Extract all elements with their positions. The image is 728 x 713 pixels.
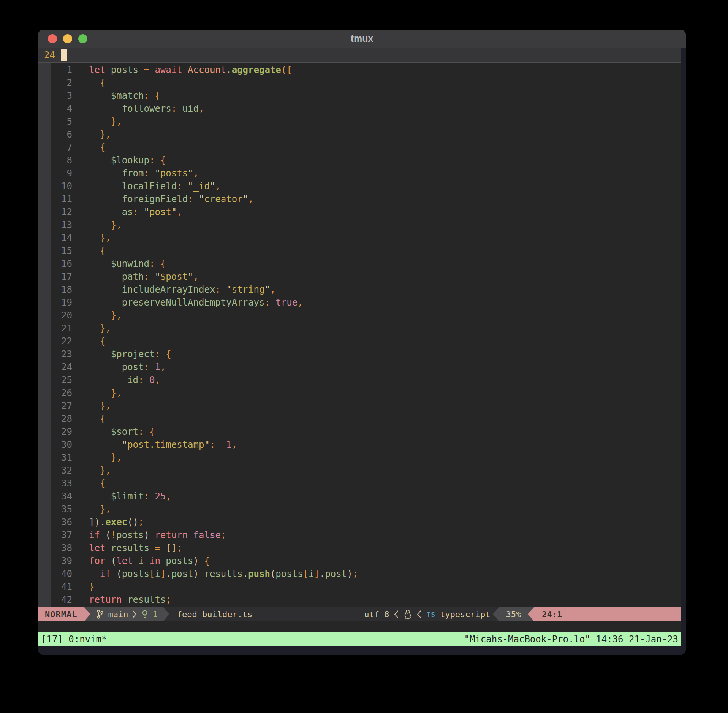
tabline[interactable]: 24	[38, 48, 681, 63]
code-line[interactable]: 18 includeArrayIndex: "string",	[38, 283, 681, 296]
code-line[interactable]: 3 $match: {	[38, 89, 681, 102]
git-branch-label[interactable]: main	[108, 610, 128, 619]
code-line[interactable]: 7 {	[38, 141, 681, 154]
code-line[interactable]: 2 {	[38, 76, 681, 89]
code-line[interactable]: 29 $sort: {	[38, 425, 681, 438]
line-number: 5	[38, 115, 72, 128]
code-text: },	[72, 464, 111, 477]
code-line[interactable]: 30 "post.timestamp": -1,	[38, 438, 681, 451]
code-line[interactable]: 10 localField: "_id",	[38, 180, 681, 193]
line-number: 8	[38, 154, 72, 167]
line-number: 33	[38, 477, 72, 490]
line-number: 15	[38, 244, 72, 257]
code-line[interactable]: 42return results;	[38, 593, 681, 606]
diagnostic-count[interactable]: 1	[152, 610, 157, 619]
code-line[interactable]: 20 },	[38, 309, 681, 322]
line-number: 29	[38, 425, 72, 438]
separator-arrow	[493, 607, 499, 621]
code-line[interactable]: 5 },	[38, 115, 681, 128]
code-line[interactable]: 33 {	[38, 477, 681, 490]
line-number: 24	[38, 361, 72, 374]
code-line[interactable]: 15 {	[38, 244, 681, 257]
line-number: 21	[38, 322, 72, 335]
tmux-host-datetime-label: "Micahs-MacBook-Pro.lo" 14:36 21-Jan-23	[464, 634, 678, 645]
code-line[interactable]: 37if (!posts) return false;	[38, 529, 681, 542]
line-number: 32	[38, 464, 72, 477]
code-text: {	[72, 412, 105, 425]
code-text: },	[72, 115, 122, 128]
code-line[interactable]: 4 followers: uid,	[38, 102, 681, 115]
code-text: path: "$post",	[72, 270, 199, 283]
line-number: 16	[38, 257, 72, 270]
code-line[interactable]: 35 },	[38, 503, 681, 516]
code-line[interactable]: 11 foreignField: "creator",	[38, 193, 681, 206]
code-text: preserveNullAndEmptyArrays: true,	[72, 296, 303, 309]
minimize-button[interactable]	[63, 34, 72, 43]
code-text: includeArrayIndex: "string",	[72, 283, 275, 296]
typescript-icon: TS	[426, 610, 435, 618]
line-number: 18	[38, 283, 72, 296]
code-line[interactable]: 9 from: "posts",	[38, 167, 681, 180]
code-line[interactable]: 39for (let i in posts) {	[38, 555, 681, 567]
close-button[interactable]	[48, 34, 57, 43]
command-line[interactable]	[38, 621, 681, 632]
code-line[interactable]: 22 {	[38, 335, 681, 348]
chevron-left-icon	[416, 609, 422, 619]
code-line[interactable]: 25 _id: 0,	[38, 374, 681, 387]
code-line[interactable]: 31 },	[38, 451, 681, 464]
code-line[interactable]: 14 },	[38, 231, 681, 244]
line-number: 36	[38, 516, 72, 529]
code-text: },	[72, 128, 111, 141]
code-line[interactable]: 26 },	[38, 387, 681, 399]
line-number: 7	[38, 141, 72, 154]
code-line[interactable]: 34 $limit: 25,	[38, 490, 681, 503]
code-line[interactable]: 36]).exec();	[38, 516, 681, 529]
code-line[interactable]: 28 {	[38, 412, 681, 425]
code-text: {	[72, 141, 105, 154]
line-number: 42	[38, 593, 72, 606]
code-text: return results;	[72, 593, 171, 606]
code-text: $sort: {	[72, 425, 155, 438]
mode-indicator: NORMAL	[38, 607, 84, 621]
line-number: 19	[38, 296, 72, 309]
line-number: 9	[38, 167, 72, 180]
code-text: followers: uid,	[72, 102, 204, 115]
line-number: 37	[38, 529, 72, 542]
statusline: NORMAL main	[38, 607, 681, 621]
title-bar[interactable]: tmux	[38, 30, 686, 48]
zoom-button[interactable]	[78, 34, 87, 43]
line-number: 14	[38, 231, 72, 244]
code-line[interactable]: 19 preserveNullAndEmptyArrays: true,	[38, 296, 681, 309]
code-text: {	[72, 477, 105, 490]
tmux-session-window-label[interactable]: [17] 0:nvim*	[41, 634, 107, 645]
code-area[interactable]: 1let posts = await Account.aggregate([2 …	[38, 63, 681, 607]
line-number: 39	[38, 555, 72, 567]
window-title: tmux	[351, 33, 373, 44]
code-line[interactable]: 21 },	[38, 322, 681, 335]
line-number: 23	[38, 348, 72, 361]
code-line[interactable]: 1let posts = await Account.aggregate([	[38, 63, 681, 76]
code-line[interactable]: 13 },	[38, 219, 681, 231]
code-line[interactable]: 38let results = [];	[38, 542, 681, 555]
code-line[interactable]: 16 $unwind: {	[38, 257, 681, 270]
code-text: },	[72, 231, 111, 244]
code-line[interactable]: 8 $lookup: {	[38, 154, 681, 167]
code-line[interactable]: 17 path: "$post",	[38, 270, 681, 283]
filetype-label: typescript	[440, 610, 490, 619]
code-line[interactable]: 27 },	[38, 399, 681, 412]
line-number: 34	[38, 490, 72, 503]
line-number: 10	[38, 180, 72, 193]
code-line[interactable]: 40 if (posts[i].post) results.push(posts…	[38, 567, 681, 580]
code-line[interactable]: 41}	[38, 580, 681, 593]
code-line[interactable]: 23 $project: {	[38, 348, 681, 361]
line-number: 27	[38, 399, 72, 412]
code-text: _id: 0,	[72, 374, 160, 387]
code-line[interactable]: 12 as: "post",	[38, 206, 681, 219]
code-line[interactable]: 32 },	[38, 464, 681, 477]
code-text: foreignField: "creator",	[72, 193, 254, 206]
code-text: },	[72, 387, 122, 399]
code-line[interactable]: 24 post: 1,	[38, 361, 681, 374]
code-line[interactable]: 6 },	[38, 128, 681, 141]
scroll-percent: 35%	[499, 607, 528, 621]
tab-label[interactable]: 24	[44, 50, 55, 60]
